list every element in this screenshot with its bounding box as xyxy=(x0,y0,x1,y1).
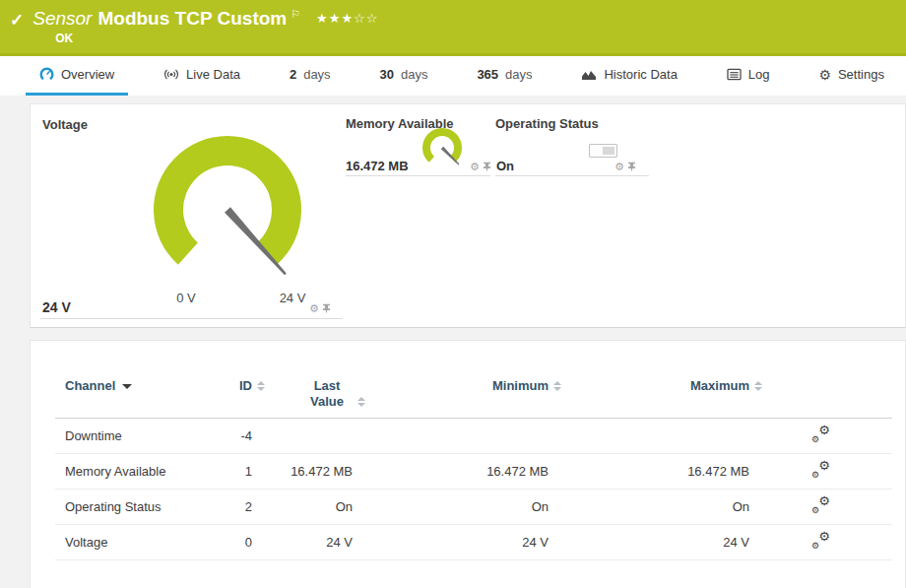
operating-status-toggle-indicator xyxy=(589,144,617,158)
status-check-icon: ✓ xyxy=(10,10,24,31)
tab-label: Historic Data xyxy=(604,67,677,82)
flag-icon[interactable]: ⚐ xyxy=(291,7,300,21)
tab-label: Overview xyxy=(61,67,114,82)
channel-settings-icon[interactable]: ⚙⚙ xyxy=(811,533,830,550)
minimum-cell xyxy=(353,419,549,454)
column-header-maximum[interactable]: Maximum xyxy=(549,378,749,419)
voltage-gauge-min-label: 0 V xyxy=(157,291,216,305)
gear-icon[interactable]: ⚙ xyxy=(615,162,624,172)
divider xyxy=(40,318,343,319)
channel-name-cell: Downtime xyxy=(55,419,193,454)
column-header-channel[interactable]: Channel xyxy=(55,378,193,419)
tab-live-data[interactable]: Live Data xyxy=(150,56,254,96)
sort-icon xyxy=(553,381,562,391)
tab-label: days xyxy=(401,67,427,82)
divider xyxy=(346,175,490,176)
table-row: Operating Status 2 On On On ⚙⚙ xyxy=(55,490,892,525)
column-header-settings xyxy=(749,378,892,419)
gear-icon: ⚙ xyxy=(818,68,831,82)
gear-icon[interactable]: ⚙ xyxy=(309,303,319,314)
sensor-header: ✓ SensorModbus TCP Custom⚐★★★☆☆ OK xyxy=(0,0,906,56)
channel-settings-icon[interactable]: ⚙⚙ xyxy=(811,497,830,514)
column-header-minimum[interactable]: Minimum xyxy=(353,378,549,419)
maximum-cell: On xyxy=(549,490,749,525)
channel-id-cell: 0 xyxy=(193,525,252,560)
gauge-icon xyxy=(39,67,54,82)
column-label: Minimum xyxy=(492,378,549,393)
priority-stars[interactable]: ★★★☆☆ xyxy=(316,11,378,26)
sort-icon xyxy=(754,381,763,391)
gear-icon[interactable]: ⚙ xyxy=(470,162,480,172)
channel-name-cell: Operating Status xyxy=(55,490,193,525)
table-row: Voltage 0 24 V 24 V 24 V ⚙⚙ xyxy=(55,525,892,560)
pin-icon[interactable] xyxy=(322,303,331,314)
memory-gauge xyxy=(417,128,472,171)
channel-name-cell: Voltage xyxy=(55,525,193,560)
channel-id-cell: 2 xyxy=(193,490,252,525)
gauges-panel: Voltage 0 V 24 V 24 V ⚙ Memory Available… xyxy=(30,103,906,328)
tab-365-days[interactable]: 365 days xyxy=(463,56,546,96)
last-value-cell: On xyxy=(252,490,353,525)
operating-status-actions: ⚙ xyxy=(615,162,636,172)
gear-icon: ⚙ xyxy=(818,530,830,543)
operating-status-title: Operating Status xyxy=(495,116,599,131)
column-label: ID xyxy=(239,378,252,393)
tab-log[interactable]: Log xyxy=(713,56,784,96)
channel-id-cell: 1 xyxy=(193,454,252,490)
gear-icon: ⚙ xyxy=(818,494,830,507)
gear-icon: ⚙ xyxy=(818,459,830,472)
divider xyxy=(495,175,649,176)
sort-icon xyxy=(257,381,266,391)
maximum-cell: 16.472 MB xyxy=(549,454,749,490)
tab-bar: Overview Live Data 2 days 30 days 365 da… xyxy=(0,56,906,96)
page-title: Modbus TCP Custom xyxy=(97,8,287,29)
tab-label: days xyxy=(505,67,532,82)
tab-settings[interactable]: ⚙ Settings xyxy=(805,56,898,96)
sensor-type-label: Sensor xyxy=(32,8,92,29)
tab-2-days[interactable]: 2 days xyxy=(276,56,345,96)
memory-gauge-actions: ⚙ xyxy=(470,162,491,172)
stars-empty[interactable]: ☆☆ xyxy=(354,11,378,26)
minimum-cell: On xyxy=(353,490,549,525)
channel-settings-icon[interactable]: ⚙⚙ xyxy=(811,462,830,479)
table-row: Downtime -4 ⚙⚙ xyxy=(55,419,892,454)
gear-icon: ⚙ xyxy=(811,506,819,515)
tab-30-days[interactable]: 30 days xyxy=(366,56,442,96)
table-row: Memory Available 1 16.472 MB 16.472 MB 1… xyxy=(55,454,892,490)
column-label: Maximum xyxy=(690,378,749,393)
channel-name-cell: Memory Available xyxy=(55,454,193,490)
gear-icon: ⚙ xyxy=(818,424,830,436)
gear-icon: ⚙ xyxy=(811,435,819,444)
status-badge: OK xyxy=(55,32,378,45)
minimum-cell: 16.472 MB xyxy=(353,454,549,490)
tab-label: Log xyxy=(748,67,770,82)
column-label: Channel xyxy=(65,378,115,393)
maximum-cell xyxy=(549,419,749,454)
pin-icon[interactable] xyxy=(627,162,636,172)
last-value-cell: 16.472 MB xyxy=(252,454,353,490)
last-value-cell: 24 V xyxy=(252,525,353,560)
sort-desc-icon xyxy=(122,384,132,389)
column-label: Last Value xyxy=(301,378,353,410)
log-icon xyxy=(727,68,742,81)
channel-table-panel: Channel ID Last Value Minimum Maximum xyxy=(30,340,906,588)
tab-number: 365 xyxy=(477,67,498,82)
operating-status-value: On xyxy=(496,159,514,173)
tab-label: days xyxy=(303,67,330,82)
column-header-last-value[interactable]: Last Value xyxy=(252,378,353,419)
voltage-gauge xyxy=(70,106,385,313)
channel-table: Channel ID Last Value Minimum Maximum xyxy=(55,378,892,560)
channel-settings-icon[interactable]: ⚙⚙ xyxy=(811,426,830,443)
sort-icon xyxy=(357,397,366,407)
tab-label: Settings xyxy=(838,67,884,82)
last-value-cell xyxy=(252,419,353,454)
column-header-id[interactable]: ID xyxy=(193,378,252,419)
pin-icon[interactable] xyxy=(483,162,491,172)
tab-number: 2 xyxy=(290,67,296,82)
tab-overview[interactable]: Overview xyxy=(26,56,128,96)
live-data-icon xyxy=(163,67,179,82)
stars-filled[interactable]: ★★★ xyxy=(316,11,354,26)
tab-historic-data[interactable]: Historic Data xyxy=(567,56,690,96)
minimum-cell: 24 V xyxy=(353,525,549,560)
channel-id-cell: -4 xyxy=(193,419,252,454)
